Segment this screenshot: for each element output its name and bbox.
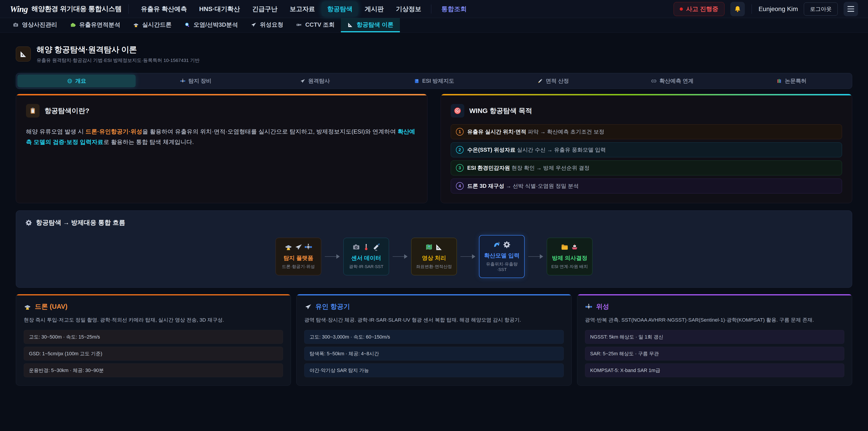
plane-icon	[304, 303, 312, 311]
magnifier-icon	[184, 22, 190, 28]
flow-step-title: 탐지 플랫폼	[279, 254, 318, 262]
tab-overview[interactable]: 개요	[18, 74, 135, 87]
spec-row: 운용반경: 5~30km · 체공: 30~90분	[24, 363, 283, 377]
ufo-icon	[284, 243, 292, 251]
tab-area-calculation[interactable]: 면적 산정	[494, 74, 612, 87]
goal-strong-text: 수온(SST) 위성자료	[467, 147, 515, 153]
ufo-icon	[24, 303, 31, 311]
gear-icon	[503, 241, 511, 249]
satellite-icon	[180, 78, 186, 84]
platform-title: 위성	[596, 302, 609, 311]
app-header: Wing 해양환경 위기대응 통합시스템 유출유 확산예측 HNS·대기확산 긴…	[0, 0, 868, 18]
platform-description: 광역·반복 관측. SST(NOAA AVHRR·NGSST)·SAR(Sent…	[585, 316, 844, 324]
subtab-label: 항공탐색 이론	[356, 21, 393, 29]
purpose-card: WING 항공탐색 목적 1 유출유 실시간 위치·면적 파악 → 확산예측 초…	[440, 94, 852, 203]
pencil-icon	[537, 78, 543, 84]
platform-description: 현장 즉시 투입·저고도 정밀 촬영. 광학·적외선 카메라 탑재, 실시간 영…	[24, 316, 283, 324]
set-square-icon	[347, 22, 353, 28]
tab-label: 면적 산정	[546, 77, 569, 85]
tab-label: 확산예측 연계	[659, 77, 693, 85]
tab-papers-patents[interactable]: 논문특허	[733, 74, 850, 87]
platform-card-manned-aircraft: 유인 항공기 광역 탐색·장시간 체공. 광학·IR·SAR·SLAR·UV 형…	[296, 294, 571, 386]
flow-steps: 탐지 플랫폼 드론·항공기·위성 센서 데이터 광학·IR·SAR·SST	[25, 235, 843, 278]
cctv-icon	[296, 22, 302, 28]
nav-item-reports[interactable]: 보고자료	[284, 2, 320, 17]
subtab-oil-area-analysis[interactable]: 유출유면적분석	[64, 18, 127, 32]
flow-panel: 항공탐색 → 방제대응 통합 흐름 탐지 플랫폼 드론·항공기·위성 센	[16, 210, 852, 288]
menu-button[interactable]	[844, 2, 858, 16]
flow-step-subtitle: 드론·항공기·위성	[279, 264, 318, 270]
subtab-aerial-search-theory[interactable]: 항공탐색 이론	[341, 18, 400, 32]
puzzle-icon	[70, 22, 76, 28]
intro-card: 항공탐색이란? 해양 유류오염 발생 시 드론·유인항공기·위성을 활용하여 유…	[16, 94, 428, 203]
user-name: Eunjeong Kim	[758, 5, 798, 13]
subtab-image-photo-management[interactable]: 영상사진관리	[6, 18, 64, 32]
goal-rest-text: → 선박 식별·오염원 정밀 분석	[504, 183, 579, 189]
dish-icon	[372, 243, 380, 251]
spec-row: NGSST: 5km 해상도 · 일 1회 갱신	[585, 330, 844, 344]
subtab-pollution-ship-3d[interactable]: 오염/선박3D분석	[178, 18, 244, 32]
nav-item-aerial-search[interactable]: 항공탐색	[322, 2, 358, 17]
subtab-label: 유출유면적분석	[79, 21, 120, 29]
goal-rest-text: 실시간 수신 → 유출유 풍화모델 입력	[515, 147, 606, 153]
subtab-cctv-view[interactable]: CCTV 조회	[289, 18, 341, 32]
tab-esi-map[interactable]: ESI 방제지도	[375, 74, 493, 87]
goal-strong-text: 유출유 실시간 위치·면적	[467, 129, 526, 135]
camera-icon	[13, 22, 19, 28]
nav-item-oil-spill-prediction[interactable]: 유출유 확산예측	[135, 2, 192, 17]
flow-step-subtitle: 광학·IR·SAR·SST	[347, 264, 385, 270]
subtab-label: CCTV 조회	[305, 21, 335, 29]
ship-icon	[570, 243, 579, 251]
goal-rest-text: 현장 확인 → 방제 우선순위 결정	[510, 165, 590, 171]
spec-row: 야간·악기상 SAR 탐지 가능	[304, 363, 563, 377]
goal-number-badge: 2	[456, 146, 464, 154]
goal-item-3: 3 ESI 환경민감자원 현장 확인 → 방제 우선순위 결정	[451, 160, 842, 175]
flow-step-image-processing: 영상 처리 좌표변환·면적산정	[411, 238, 457, 275]
flow-step-title: 확산모델 입력	[483, 252, 521, 259]
link-icon	[651, 78, 657, 84]
goal-item-4: 4 드론 3D 재구성 → 선박 식별·오염원 정밀 분석	[451, 179, 842, 193]
platform-card-drone: 드론 (UAV) 현장 즉시 투입·저고도 정밀 촬영. 광학·적외선 카메라 …	[16, 294, 291, 386]
goal-number-badge: 4	[456, 182, 464, 190]
platform-card-satellite: 위성 광역·반복 관측. SST(NOAA AVHRR·NGSST)·SAR(S…	[577, 294, 852, 386]
subtab-satellite-request[interactable]: 위성요청	[244, 18, 289, 32]
subtab-label: 영상사진관리	[22, 21, 57, 29]
subtab-label: 위성요청	[260, 21, 283, 29]
incident-badge-label: 사고 진행중	[686, 5, 718, 13]
tab-detection-equipment[interactable]: 탐지 장비	[136, 74, 255, 87]
logout-button[interactable]: 로그아웃	[804, 2, 838, 16]
goal-item-2: 2 수온(SST) 위성자료 실시간 수신 → 유출유 풍화모델 입력	[451, 143, 842, 157]
tab-remote-sensing[interactable]: 원격탐사	[256, 74, 374, 87]
spec-row: 고도: 30~500m · 속도: 15~25m/s	[24, 330, 283, 344]
hamburger-icon	[847, 6, 854, 12]
nav-item-hns-dispersion[interactable]: HNS·대기확산	[194, 2, 245, 17]
spec-row: 고도: 300~3,000m · 속도: 60~150m/s	[304, 330, 563, 344]
nav-item-integrated-search[interactable]: 통합조회	[436, 2, 472, 17]
nav-item-board[interactable]: 게시판	[359, 2, 389, 17]
platform-title: 드론 (UAV)	[35, 302, 67, 311]
subtab-realtime-drone[interactable]: 실시간드론	[127, 18, 178, 32]
nav-item-emergency-rescue[interactable]: 긴급구난	[247, 2, 283, 17]
notifications-button[interactable]	[730, 2, 745, 16]
incident-status-badge: 사고 진행중	[674, 2, 724, 16]
flow-step-title: 방제 의사결정	[550, 254, 589, 262]
flow-step-subtitle: 좌표변환·면적산정	[414, 264, 454, 270]
spec-row: GSD: 1~5cm/px (100m 고도 기준)	[24, 347, 283, 361]
tab-label: 원격탐사	[308, 77, 330, 85]
intro-text: 을 활용하여 유출유의 위치·면적·오염형태를 실시간으로 탐지하고, 방제정보…	[142, 128, 398, 135]
app-title: 해양환경 위기대응 통합시스템	[31, 4, 122, 13]
bell-icon	[734, 5, 741, 13]
main-nav: 유출유 확산예측 HNS·대기확산 긴급구난 보고자료 항공탐색 게시판 기상정…	[135, 2, 472, 17]
page-title-block: 해양 항공탐색·원격탐사 이론 유출유 원격탐지·항공감시 기법·ESI 방제정…	[16, 44, 852, 63]
nav-item-weather[interactable]: 기상정보	[391, 2, 427, 17]
folder-icon	[561, 243, 569, 251]
plane-icon	[300, 78, 305, 84]
flow-title-text: 항공탐색 → 방제대응 통합 흐름	[36, 218, 125, 227]
target-icon	[454, 107, 461, 115]
subtab-label: 실시간드론	[142, 21, 172, 29]
tab-label: 탐지 장비	[188, 77, 212, 85]
intro-card-icon-box	[26, 104, 39, 118]
tab-prediction-linkage[interactable]: 확산예측 연계	[613, 74, 732, 87]
spec-row: 탐색폭: 5~50km · 체공: 4~8시간	[304, 347, 563, 361]
tab-label: ESI 방제지도	[422, 77, 454, 85]
